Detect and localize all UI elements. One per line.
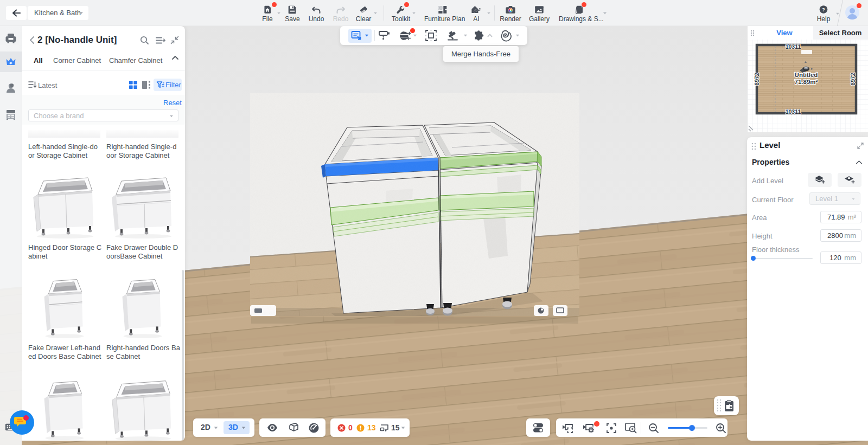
- svg-text:?: ?: [822, 7, 825, 12]
- svg-text:71.89m²: 71.89m²: [795, 79, 818, 85]
- svg-text:View: View: [776, 29, 793, 37]
- svg-text:6972: 6972: [850, 73, 856, 86]
- svg-text:Select Room: Select Room: [819, 29, 862, 37]
- svg-text:Untitled: Untitled: [795, 72, 818, 78]
- svg-text:6972: 6972: [754, 73, 760, 86]
- svg-text:10311: 10311: [786, 108, 801, 115]
- svg-text:10311: 10311: [786, 43, 801, 50]
